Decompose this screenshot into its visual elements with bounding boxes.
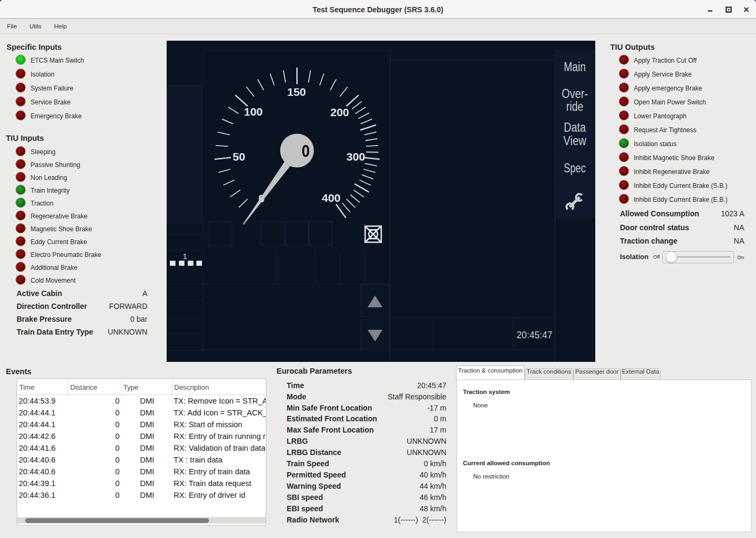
svg-text:1: 1 bbox=[183, 252, 188, 261]
svg-text:Data: Data bbox=[564, 120, 586, 134]
svg-text:100: 100 bbox=[244, 105, 263, 118]
svg-text:ride: ride bbox=[566, 100, 583, 113]
svg-text:0: 0 bbox=[302, 141, 310, 161]
svg-text:View: View bbox=[563, 134, 586, 148]
svg-text:Over-: Over- bbox=[562, 87, 588, 101]
svg-text:300: 300 bbox=[346, 150, 365, 163]
svg-text:Spec: Spec bbox=[564, 161, 586, 175]
svg-text:20:45:47: 20:45:47 bbox=[517, 330, 552, 340]
svg-text:400: 400 bbox=[321, 192, 340, 204]
svg-text:150: 150 bbox=[287, 86, 306, 98]
svg-text:200: 200 bbox=[330, 106, 349, 118]
svg-text:Main: Main bbox=[564, 60, 586, 74]
svg-text:50: 50 bbox=[233, 150, 245, 163]
